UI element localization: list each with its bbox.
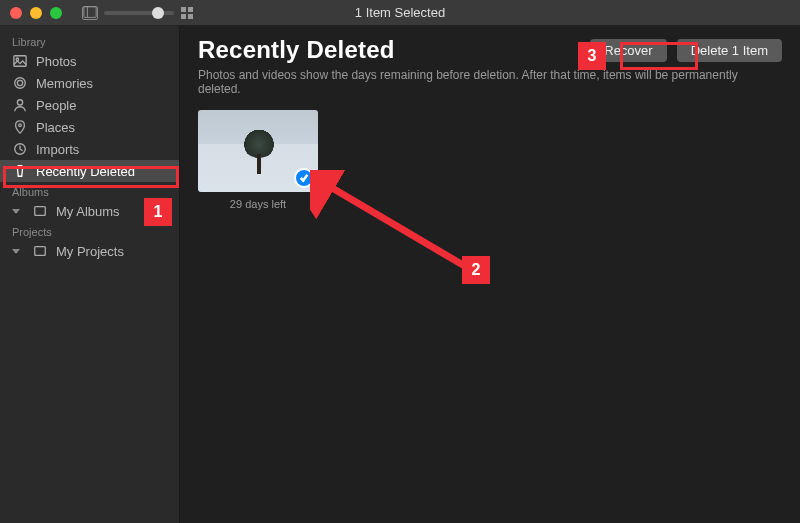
section-label-library: Library (0, 32, 179, 50)
sidebar-item-label: Imports (36, 142, 79, 157)
section-label-projects: Projects (0, 222, 179, 240)
main-header: Recently Deleted Recover Delete 1 Item (198, 36, 782, 64)
minimize-window-button[interactable] (30, 7, 42, 19)
sidebar-item-memories[interactable]: Memories (0, 72, 179, 94)
svg-rect-3 (188, 7, 193, 12)
sidebar-item-my-projects[interactable]: My Projects (0, 240, 179, 262)
memories-icon (12, 75, 28, 91)
photo-item[interactable]: 29 days left (198, 110, 318, 210)
main-content: Recently Deleted Recover Delete 1 Item P… (180, 26, 800, 523)
header-subtitle: Photos and videos show the days remainin… (198, 68, 782, 96)
sidebar-item-label: Places (36, 120, 75, 135)
close-window-button[interactable] (10, 7, 22, 19)
imports-icon (12, 141, 28, 157)
svg-point-10 (17, 100, 22, 105)
photos-icon (12, 53, 28, 69)
sidebar-item-label: Photos (36, 54, 76, 69)
sidebar-item-my-albums[interactable]: My Albums (0, 200, 179, 222)
zoom-window-button[interactable] (50, 7, 62, 19)
sidebar-toggle-icon[interactable] (82, 6, 98, 20)
sidebar-item-label: Recently Deleted (36, 164, 135, 179)
content-body: Library Photos Memories People Places Im… (0, 26, 800, 523)
sidebar-item-recently-deleted[interactable]: Recently Deleted (0, 160, 179, 182)
sidebar: Library Photos Memories People Places Im… (0, 26, 180, 523)
svg-rect-13 (35, 207, 46, 216)
svg-rect-5 (188, 14, 193, 19)
sidebar-item-imports[interactable]: Imports (0, 138, 179, 160)
selected-check-icon[interactable] (294, 168, 314, 188)
photo-grid: 29 days left (198, 110, 782, 210)
sidebar-item-photos[interactable]: Photos (0, 50, 179, 72)
photo-caption: 29 days left (230, 198, 286, 210)
grid-view-icon[interactable] (180, 6, 196, 20)
sidebar-item-label: Memories (36, 76, 93, 91)
project-icon (32, 243, 48, 259)
page-title: Recently Deleted (198, 36, 580, 64)
svg-rect-4 (181, 14, 186, 19)
svg-point-11 (19, 124, 22, 127)
zoom-slider[interactable] (104, 11, 174, 15)
titlebar: 1 Item Selected (0, 0, 800, 26)
svg-point-9 (15, 78, 26, 89)
delete-item-button[interactable]: Delete 1 Item (677, 39, 782, 62)
trash-icon (12, 163, 28, 179)
sidebar-item-places[interactable]: Places (0, 116, 179, 138)
svg-point-8 (17, 80, 22, 85)
svg-rect-2 (181, 7, 186, 12)
places-icon (12, 119, 28, 135)
disclosure-triangle-icon[interactable] (12, 249, 20, 254)
thumbnail-image (242, 128, 276, 176)
sidebar-item-label: My Projects (56, 244, 124, 259)
section-label-albums: Albums (0, 182, 179, 200)
window-controls (0, 7, 62, 19)
sidebar-item-label: My Albums (56, 204, 120, 219)
album-icon (32, 203, 48, 219)
toolbar (82, 6, 196, 20)
sidebar-item-label: People (36, 98, 76, 113)
disclosure-triangle-icon[interactable] (12, 209, 20, 214)
svg-rect-14 (35, 247, 46, 256)
sidebar-item-people[interactable]: People (0, 94, 179, 116)
svg-rect-0 (84, 7, 96, 18)
recover-button[interactable]: Recover (590, 39, 666, 62)
svg-rect-6 (14, 56, 26, 67)
people-icon (12, 97, 28, 113)
app-window: 1 Item Selected Library Photos Memories … (0, 0, 800, 523)
photo-thumbnail[interactable] (198, 110, 318, 192)
zoom-slider-thumb[interactable] (152, 7, 164, 19)
